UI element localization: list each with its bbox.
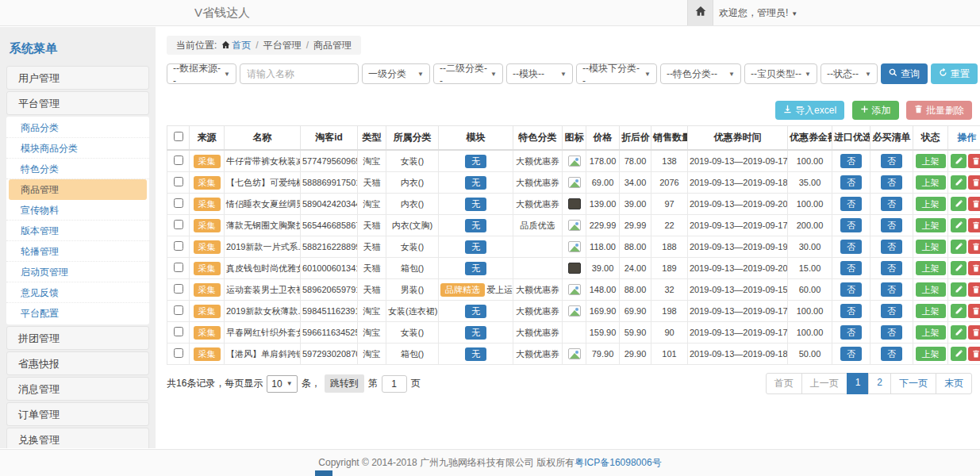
jump-button[interactable]: 跳转到: [325, 374, 364, 393]
import-choice-toggle[interactable]: 否: [840, 175, 862, 190]
delete-button[interactable]: [968, 154, 980, 168]
page-button-末页[interactable]: 末页: [936, 373, 972, 394]
must-buy-toggle[interactable]: 否: [881, 154, 902, 168]
filter-select-module-subcategory[interactable]: --模块下分类--▼: [576, 63, 657, 84]
icp-link[interactable]: 粤ICP备16098006号: [575, 457, 661, 468]
filter-select-data-source[interactable]: --数据来源--▼: [167, 63, 236, 84]
status-toggle[interactable]: 上架: [916, 175, 946, 190]
row-checkbox[interactable]: [174, 198, 183, 208]
page-button-2[interactable]: 2: [868, 373, 891, 394]
row-checkbox[interactable]: [174, 177, 183, 186]
per-page-select[interactable]: 10▼: [267, 375, 297, 393]
delete-button[interactable]: [968, 218, 980, 232]
import-excel-button[interactable]: 导入excel: [775, 101, 844, 120]
delete-button[interactable]: [968, 347, 980, 361]
must-buy-toggle[interactable]: 否: [881, 325, 902, 340]
sidebar-item-意见反馈[interactable]: 意见反馈: [6, 282, 149, 303]
jump-page-input[interactable]: [382, 375, 407, 393]
import-choice-toggle[interactable]: 否: [840, 261, 862, 275]
status-toggle[interactable]: 上架: [916, 261, 946, 275]
sidebar-item-模块商品分类[interactable]: 模块商品分类: [6, 138, 149, 159]
edit-button[interactable]: [951, 304, 967, 318]
edit-button[interactable]: [951, 154, 967, 168]
must-buy-toggle[interactable]: 否: [881, 282, 902, 297]
filter-select-level1-category[interactable]: 一级分类▼: [362, 63, 430, 84]
edit-button[interactable]: [951, 325, 967, 340]
select-all-checkbox[interactable]: [174, 132, 183, 141]
page-button-1[interactable]: 1: [847, 373, 870, 394]
sidebar-item-轮播管理[interactable]: 轮播管理: [6, 241, 149, 262]
sidebar-item-商品分类[interactable]: 商品分类: [6, 117, 149, 138]
delete-button[interactable]: [968, 325, 980, 340]
status-toggle[interactable]: 上架: [916, 282, 946, 297]
row-checkbox[interactable]: [174, 220, 183, 229]
edit-button[interactable]: [951, 218, 967, 232]
import-choice-toggle[interactable]: 否: [840, 240, 862, 254]
import-choice-toggle[interactable]: 否: [840, 197, 862, 211]
must-buy-toggle[interactable]: 否: [881, 175, 902, 190]
filter-select-status[interactable]: --状态--▼: [821, 63, 878, 84]
edit-button[interactable]: [951, 261, 967, 275]
status-toggle[interactable]: 上架: [916, 304, 946, 318]
filter-select-feature-category[interactable]: --特色分类--▼: [660, 63, 741, 84]
status-toggle[interactable]: 上架: [916, 325, 946, 340]
delete-button[interactable]: [968, 304, 980, 318]
must-buy-toggle[interactable]: 否: [881, 197, 902, 211]
import-choice-toggle[interactable]: 否: [840, 325, 862, 340]
must-buy-toggle[interactable]: 否: [881, 261, 902, 275]
edit-button[interactable]: [951, 240, 967, 254]
row-checkbox[interactable]: [174, 241, 183, 251]
row-checkbox[interactable]: [174, 155, 183, 165]
status-toggle[interactable]: 上架: [916, 154, 946, 168]
must-buy-toggle[interactable]: 否: [881, 347, 902, 361]
sidebar-item-启动页管理[interactable]: 启动页管理: [6, 262, 149, 282]
add-button[interactable]: 添加: [852, 101, 899, 120]
page-button-首页[interactable]: 首页: [766, 373, 802, 394]
import-choice-toggle[interactable]: 否: [840, 347, 862, 361]
import-choice-toggle[interactable]: 否: [840, 218, 862, 232]
reset-button[interactable]: 重置: [931, 63, 978, 84]
row-checkbox[interactable]: [174, 284, 183, 294]
sidebar-item-兑换管理[interactable]: 兑换管理: [6, 428, 149, 448]
status-toggle[interactable]: 上架: [916, 347, 946, 361]
delete-button[interactable]: [968, 240, 980, 254]
sidebar-item-平台管理[interactable]: 平台管理: [6, 91, 149, 115]
sidebar-item-订单管理[interactable]: 订单管理: [6, 402, 149, 426]
edit-button[interactable]: [951, 175, 967, 190]
page-button-下一页[interactable]: 下一页: [890, 373, 936, 394]
status-toggle[interactable]: 上架: [916, 218, 946, 232]
row-checkbox[interactable]: [174, 263, 183, 272]
must-buy-toggle[interactable]: 否: [881, 240, 902, 254]
home-button[interactable]: [687, 0, 713, 25]
import-choice-toggle[interactable]: 否: [840, 282, 862, 297]
page-button-上一页[interactable]: 上一页: [801, 373, 847, 394]
user-menu[interactable]: 欢迎您，管理员!▼: [719, 0, 797, 27]
sidebar-item-商品管理[interactable]: 商品管理: [9, 179, 147, 200]
batch-delete-button[interactable]: 批量删除: [906, 101, 972, 120]
sidebar-item-用户管理[interactable]: 用户管理: [6, 66, 149, 90]
import-choice-toggle[interactable]: 否: [840, 304, 862, 318]
breadcrumb-home-link[interactable]: 首页: [232, 40, 251, 51]
filter-select-module[interactable]: --模块--▼: [506, 63, 573, 84]
edit-button[interactable]: [951, 347, 967, 361]
delete-button[interactable]: [968, 261, 980, 275]
sidebar-item-宣传物料[interactable]: 宣传物料: [6, 200, 149, 221]
sidebar-item-特色分类[interactable]: 特色分类: [6, 159, 149, 179]
search-button[interactable]: 查询: [881, 63, 928, 84]
sidebar-item-消息管理[interactable]: 消息管理: [6, 377, 149, 401]
filter-select-level2-category[interactable]: --二级分类--▼: [433, 63, 503, 84]
row-checkbox[interactable]: [174, 348, 183, 358]
edit-button[interactable]: [951, 282, 967, 297]
must-buy-toggle[interactable]: 否: [881, 304, 902, 318]
status-toggle[interactable]: 上架: [916, 240, 946, 254]
sidebar-item-拼团管理[interactable]: 拼团管理: [6, 326, 149, 350]
import-choice-toggle[interactable]: 否: [840, 154, 862, 168]
edit-button[interactable]: [951, 197, 967, 211]
delete-button[interactable]: [968, 197, 980, 211]
row-checkbox[interactable]: [174, 327, 183, 336]
filter-select-item-type[interactable]: --宝贝类型--▼: [744, 63, 817, 84]
delete-button[interactable]: [968, 175, 980, 190]
sidebar-item-平台配置[interactable]: 平台配置: [6, 303, 149, 324]
name-search-input[interactable]: [240, 63, 359, 84]
sidebar-item-版本管理[interactable]: 版本管理: [6, 221, 149, 241]
